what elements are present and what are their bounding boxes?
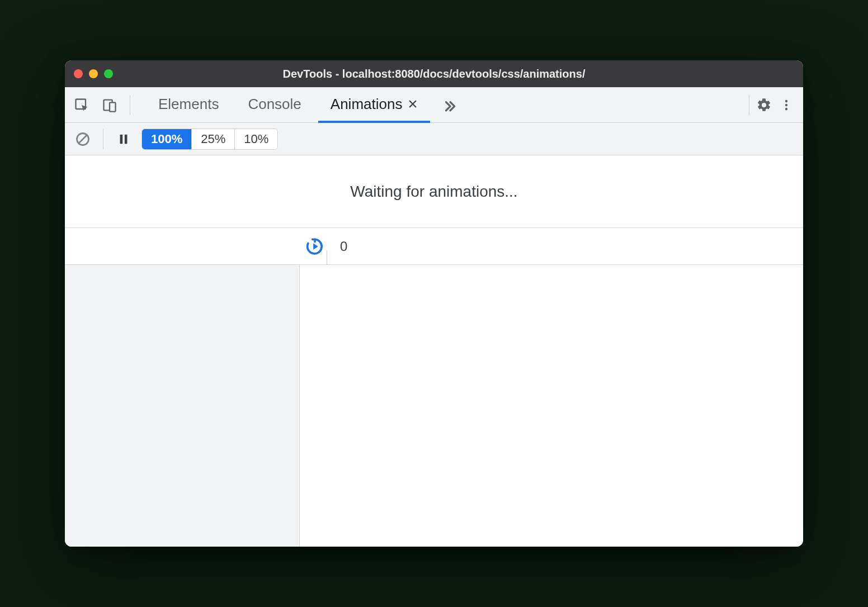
speed-label: 100% [151, 132, 182, 146]
timeline-tick [327, 250, 327, 265]
panel-tabs: Elements Console Animations [141, 87, 742, 122]
timeline-header-spacer [65, 228, 305, 264]
window-titlebar: DevTools - localhost:8080/docs/devtools/… [65, 60, 803, 87]
window-controls [74, 69, 113, 78]
animations-timeline-canvas[interactable] [300, 265, 803, 547]
animations-toolbar: 100% 25% 10% [65, 123, 803, 155]
inspect-element-button[interactable] [72, 95, 92, 115]
devtools-window: DevTools - localhost:8080/docs/devtools/… [65, 60, 803, 547]
separator [130, 95, 130, 115]
clear-button[interactable] [73, 129, 93, 149]
separator [749, 95, 749, 115]
replay-button[interactable] [305, 237, 334, 256]
settings-button[interactable] [754, 95, 774, 115]
close-icon[interactable] [408, 99, 418, 109]
animations-sidebar [65, 265, 300, 547]
tab-label: Console [248, 96, 301, 113]
main-tabbar: Elements Console Animations [65, 87, 803, 123]
tabbar-right-controls [742, 87, 796, 122]
pause-button[interactable] [114, 129, 134, 149]
speed-25-button[interactable]: 25% [192, 129, 235, 149]
tab-console[interactable]: Console [235, 87, 313, 123]
tabbar-left-controls [72, 87, 141, 122]
tab-elements[interactable]: Elements [146, 87, 231, 123]
timeline-header: 0 [65, 228, 803, 265]
svg-rect-8 [125, 134, 128, 144]
waiting-text: Waiting for animations... [350, 183, 517, 201]
svg-point-4 [785, 103, 787, 106]
animations-main [65, 265, 803, 547]
window-minimize-button[interactable] [89, 69, 98, 78]
window-close-button[interactable] [74, 69, 83, 78]
speed-100-button[interactable]: 100% [142, 129, 192, 149]
device-toolbar-button[interactable] [100, 95, 120, 115]
window-maximize-button[interactable] [104, 69, 113, 78]
window-title: DevTools - localhost:8080/docs/devtools/… [65, 68, 803, 80]
more-options-button[interactable] [776, 95, 796, 115]
tab-label: Animations [331, 96, 403, 113]
speed-label: 10% [244, 132, 268, 146]
svg-rect-2 [110, 102, 116, 111]
playback-speed-group: 100% 25% 10% [141, 129, 278, 150]
timeline-start-label: 0 [334, 239, 347, 254]
svg-point-3 [785, 99, 787, 102]
waiting-message: Waiting for animations... [65, 155, 803, 228]
svg-rect-7 [120, 134, 123, 144]
speed-label: 25% [201, 132, 225, 146]
speed-10-button[interactable]: 10% [235, 129, 277, 149]
separator [103, 129, 103, 149]
tab-label: Elements [158, 96, 219, 113]
svg-point-5 [785, 107, 787, 110]
tab-animations[interactable]: Animations [318, 87, 431, 123]
more-tabs-button[interactable] [435, 87, 465, 122]
